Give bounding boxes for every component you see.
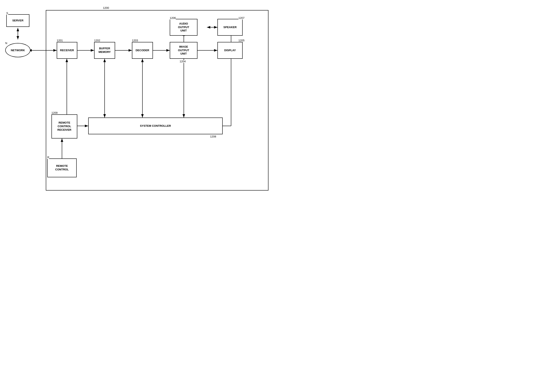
ref-1204: 1204 xyxy=(180,60,186,63)
audio-output-unit-box: AUDIO OUTPUT UNIT xyxy=(170,19,198,36)
decoder-box: DECODER xyxy=(132,42,153,59)
ref-1200: 1200 xyxy=(103,6,109,9)
label-N: N xyxy=(5,41,7,45)
system-controller-box: SYSTEM CONTROLLER xyxy=(88,118,223,134)
label-R: R xyxy=(47,156,49,159)
ref-1207: 1207 xyxy=(239,16,245,20)
ref-1209: 1209 xyxy=(51,111,58,114)
ref-1206: 1206 xyxy=(170,16,176,20)
ref-1205: 1205 xyxy=(239,39,245,42)
diagram: 1200 SERVER S NETWORK N RECEIVER 1201 BU… xyxy=(0,0,274,196)
ref-1201: 1201 xyxy=(57,39,63,42)
image-output-unit-box: IMAGE OUTPUT UNIT xyxy=(170,42,198,59)
display-box: DISPLAY xyxy=(217,42,243,59)
ref-1208: 1208 xyxy=(210,135,216,138)
main-enclosure xyxy=(46,10,268,191)
speaker-box: SPEAKER xyxy=(217,19,243,36)
buffer-memory-box: BUFFER MEMORY xyxy=(94,42,115,59)
receiver-box: RECEIVER xyxy=(57,42,77,59)
label-S: S xyxy=(6,12,8,15)
remote-control-box: REMOTE CONTROL xyxy=(47,159,77,177)
network-box: NETWORK xyxy=(5,43,30,57)
ref-1202: 1202 xyxy=(94,39,100,42)
server-box: SERVER xyxy=(6,14,29,27)
remote-control-receiver-box: REMOTE CONTROL RECEIVER xyxy=(51,114,77,139)
ref-1203: 1203 xyxy=(132,39,138,42)
